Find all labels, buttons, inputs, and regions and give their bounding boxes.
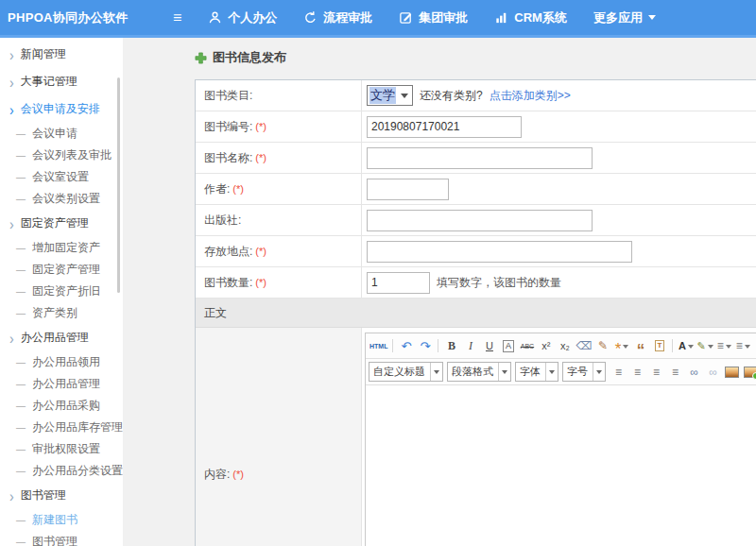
category-select[interactable]: 文学 [367,85,413,106]
insert-image-icon [744,367,756,378]
sidebar-subitem[interactable]: —办公用品管理 [0,373,123,395]
bold-button[interactable]: B [442,337,460,354]
dropdown-label: 自定义标题 [373,365,425,379]
sidebar-subitem[interactable]: —资产类别 [0,302,123,324]
field-value [362,174,756,204]
sidebar-subitem-label: 图书管理 [32,534,77,546]
unlink-button[interactable]: ∞ [704,364,722,381]
nav-item-process-approval[interactable]: 流程审批 [303,9,372,26]
blockquote-button[interactable]: “ [631,337,649,354]
underline-button[interactable]: U [480,337,498,354]
italic-button[interactable]: I [461,337,479,354]
storage-location-row: 存放地点: (*) [196,236,756,267]
align-justify-button[interactable]: ≡ [666,364,684,381]
sidebar-subitem[interactable]: —会议申请 [0,123,123,145]
subscript-button[interactable]: x₂ [556,337,574,354]
auto-typeset-button[interactable]: * [612,337,630,354]
field-label-text: 作者: [204,181,230,197]
align-left-icon: ≡ [615,367,622,378]
custom-title-dropdown[interactable]: 自定义标题 [369,362,443,382]
undo-button[interactable]: ↶ [397,337,415,354]
toolbar-separator [392,339,393,352]
unordered-list-button[interactable]: ≡ [734,337,752,354]
superscript-icon: x² [541,341,550,351]
sidebar-item[interactable]: ›图书管理 [0,482,123,509]
author-input[interactable] [367,179,449,200]
field-label: 图书数量: (*) [196,267,362,298]
nav-item-more-apps[interactable]: 更多应用 [593,9,656,26]
font-family-dropdown[interactable]: 字体 [515,362,558,382]
sidebar-subitem[interactable]: —固定资产折旧 [0,281,123,302]
link-button[interactable]: ∞ [685,364,703,381]
font-color-button[interactable]: A [677,337,695,354]
sidebar-scrollbar-thumb[interactable] [117,77,120,293]
nav-item-crm-system[interactable]: CRM系统 [494,9,567,26]
sidebar-item[interactable]: ›办公用品管理 [0,324,123,351]
image-icon [725,367,739,378]
sidebar-subitem[interactable]: —固定资产管理 [0,259,123,281]
blockquote-icon: “ [637,339,645,353]
align-right-button[interactable]: ≡ [647,364,665,381]
char-border-icon: A [503,340,514,352]
sidebar-subitem[interactable]: —会议类别设置 [0,188,123,210]
html-source-button[interactable]: HTML [369,337,388,354]
eraser-button[interactable]: ⌫ [575,337,593,354]
field-label: 作者: (*) [196,174,362,204]
superscript-button[interactable]: x² [537,337,555,354]
chevron-right-icon: › [9,330,14,345]
sidebar-subitem[interactable]: —审批权限设置 [0,438,123,460]
sidebar-subitem[interactable]: —增加固定资产 [0,237,123,259]
sidebar-item[interactable]: ›新闻管理 [0,41,123,68]
nav-item-group-approval[interactable]: 集团审批 [399,9,468,26]
nav-item-label: CRM系统 [514,9,567,26]
sidebar-item[interactable]: ›会议申请及安排 [0,95,123,123]
nav-item-label: 个人办公 [228,9,277,26]
font-size-dropdown[interactable]: 字号 [562,362,606,382]
dash-icon: — [16,172,26,182]
caret-down-icon [745,345,750,351]
sidebar-subitem[interactable]: —会议列表及审批 [0,145,123,166]
sidebar-subitem[interactable]: —新建图书 [0,509,123,531]
book-number-input[interactable] [367,116,522,138]
paste-as-text-button[interactable]: T [650,337,668,354]
sidebar-subitem[interactable]: —办公用品库存管理 [0,417,123,438]
sidebar-subitem-label: 会议室设置 [32,169,89,185]
author-row: 作者: (*) [196,174,756,205]
caret-down-icon [623,345,628,351]
sidebar-subitem[interactable]: —办公用品领用 [0,351,123,373]
eraser-icon: ⌫ [576,340,592,351]
strikethrough-button[interactable]: ABC [518,337,536,354]
char-border-button[interactable]: A [499,337,517,354]
sidebar-subitem[interactable]: —办公用品分类设置 [0,460,123,482]
ordered-list-button[interactable]: ≡ [715,337,733,354]
sidebar-subitem-label: 新建图书 [32,512,77,528]
menu-icon[interactable]: ≡ [173,10,181,26]
page-title-text: 图书信息发布 [213,49,286,66]
sidebar-item[interactable]: ›固定资产管理 [0,210,123,237]
nav-item-personal-office[interactable]: 个人办公 [208,9,277,26]
add-category-link[interactable]: 点击添加类别>> [490,88,571,104]
quantity-input[interactable] [367,272,430,294]
editor-content-area[interactable] [366,385,756,546]
publisher-row: 出版社: [196,205,756,236]
redo-button[interactable]: ↷ [416,337,434,354]
sidebar-item[interactable]: ›大事记管理 [0,68,123,95]
dash-icon: — [16,308,26,318]
book-name-input[interactable] [367,147,593,169]
insert-image-button[interactable] [742,364,756,381]
highlight-color-button[interactable]: ✎ [696,337,713,354]
toolbar-separator [672,339,673,352]
publisher-input[interactable] [367,210,593,231]
align-left-button[interactable]: ≡ [610,364,627,381]
format-painter-button[interactable]: ✎ [593,337,611,354]
sidebar-item-label: 大事记管理 [21,74,77,90]
sidebar-item-label: 新闻管理 [21,46,66,62]
paragraph-format-dropdown[interactable]: 段落格式 [447,362,511,382]
sidebar-subitem[interactable]: —办公用品采购 [0,395,123,417]
sidebar-subitem[interactable]: —图书管理 [0,531,123,546]
image-button[interactable] [723,364,741,381]
sidebar-subitem[interactable]: —会议室设置 [0,166,123,188]
align-center-button[interactable]: ≡ [628,364,646,381]
storage-location-input[interactable] [367,241,632,263]
ordered-list-icon: ≡ [717,340,724,351]
